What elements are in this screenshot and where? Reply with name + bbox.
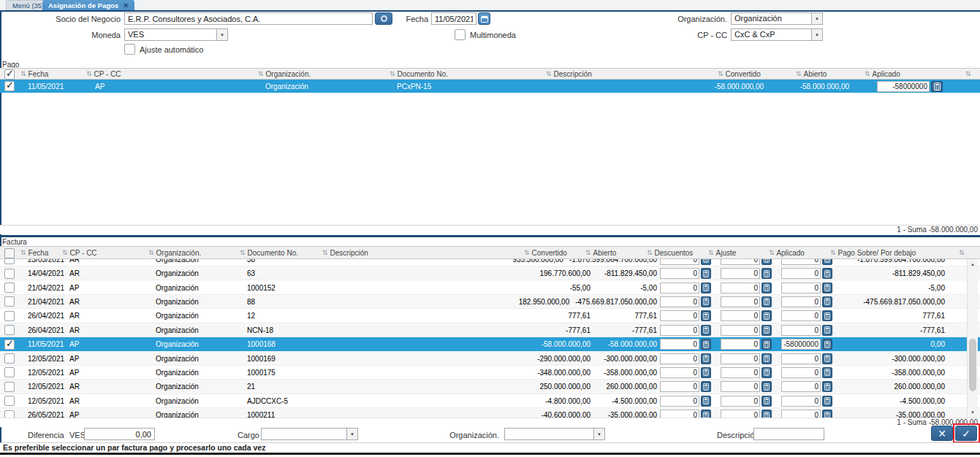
factura-table-row[interactable]: 11/05/2021 AP Organización 1000168 -58.0… (0, 337, 980, 351)
descripcion-input[interactable] (753, 428, 824, 440)
descuentos-input[interactable] (660, 283, 699, 293)
calendar-button[interactable] (478, 12, 490, 25)
aplicado-input[interactable] (781, 325, 821, 336)
row-checkbox[interactable] (4, 325, 15, 335)
calculator-button[interactable] (822, 396, 832, 407)
row-checkbox[interactable] (4, 410, 15, 418)
factura-table-row[interactable]: 26/05/2021 AP Organización 1000211 -40.6… (0, 408, 980, 418)
socio-del-negocio-input[interactable] (124, 12, 373, 25)
cargo-select[interactable]: ▼ (261, 428, 358, 440)
calculator-button[interactable] (701, 339, 711, 350)
row-checkbox[interactable] (4, 259, 15, 264)
aplicado-input[interactable] (781, 353, 821, 364)
moneda-select[interactable]: VES ▼ (124, 28, 228, 41)
calculator-button[interactable] (761, 259, 772, 265)
factura-table-row[interactable]: 12/05/2021 AR Organización 21 250.000.00… (0, 380, 980, 393)
factura-col-convertido[interactable]: ⇅Convertido (524, 247, 567, 258)
organizacion-select[interactable]: Organización ▼ (731, 12, 823, 25)
descuentos-input[interactable] (660, 381, 699, 392)
row-checkbox[interactable] (4, 367, 15, 377)
calculator-button[interactable] (701, 296, 711, 307)
ajuste-input[interactable] (721, 310, 760, 321)
dropdown-arrow-icon[interactable]: ▼ (346, 429, 357, 439)
pago-col-abierto[interactable]: ⇅Abierto (796, 69, 827, 79)
dropdown-arrow-icon[interactable]: ▼ (593, 429, 604, 439)
pago-col-extra[interactable]: ⇅ (965, 69, 971, 79)
pago-col-aplicado[interactable]: ⇅Aplicado (865, 69, 900, 79)
aplicado-input[interactable] (781, 283, 821, 293)
calculator-button[interactable] (761, 325, 772, 336)
ajuste-input[interactable] (721, 339, 760, 350)
calculator-button[interactable] (822, 296, 832, 307)
calculator-button[interactable] (822, 381, 832, 392)
tab-close-icon[interactable]: ✕ (123, 1, 129, 9)
ajuste-automatico-checkbox[interactable] (124, 44, 135, 55)
descuentos-input[interactable] (660, 259, 699, 265)
factura-col-documento[interactable]: ⇅Documento No. (240, 247, 298, 258)
descuentos-input[interactable] (660, 268, 699, 279)
dropdown-arrow-icon[interactable]: ▼ (811, 13, 822, 24)
factura-col-ajuste[interactable]: ⇅Ajuste (708, 247, 736, 258)
aplicado-input[interactable] (781, 268, 821, 279)
scrollbar-thumb[interactable] (969, 339, 976, 391)
cp-cc-select[interactable]: CxC & CxP ▼ (731, 28, 823, 41)
pago-col-descripcion[interactable]: ⇅Descripción (546, 69, 592, 79)
row-checkbox[interactable] (4, 81, 15, 91)
aplicado-input[interactable] (781, 381, 821, 392)
aplicado-input[interactable] (781, 367, 821, 378)
ajuste-input[interactable] (721, 268, 760, 279)
calculator-button[interactable] (822, 268, 832, 279)
tab-asignacion-de-pagos[interactable]: Asignación de Pagos ✕ (42, 0, 134, 10)
factura-col-cp-cc[interactable]: ⇅CP - CC (62, 247, 97, 258)
diferencia-input[interactable] (84, 428, 155, 440)
calculator-button[interactable] (701, 259, 711, 265)
calculator-button[interactable] (761, 296, 772, 307)
scroll-up-icon[interactable]: ▲ (968, 259, 978, 269)
calculator-button[interactable] (701, 353, 711, 364)
calculator-button[interactable] (761, 353, 772, 364)
pago-col-documento[interactable]: ⇅Documento No. (390, 69, 448, 79)
row-checkbox[interactable] (4, 283, 15, 293)
calculator-button[interactable] (761, 381, 772, 392)
aplicado-input[interactable] (781, 259, 821, 265)
descuentos-input[interactable] (660, 396, 699, 407)
aplicado-input[interactable] (781, 339, 821, 350)
ajuste-input[interactable] (721, 259, 760, 265)
dropdown-arrow-icon[interactable]: ▼ (811, 29, 822, 40)
factura-table-row[interactable]: 23/03/2021 AR Organización 38 935.300.00… (0, 259, 980, 266)
pago-select-all-checkbox[interactable] (4, 69, 15, 80)
factura-col-fecha[interactable]: ⇅Fecha (20, 247, 48, 258)
row-checkbox[interactable] (4, 296, 15, 307)
factura-table-row[interactable]: 21/04/2021 AP Organización 1000152 -55,0… (0, 280, 980, 294)
factura-table-row[interactable]: 21/04/2021 AR Organización 88 182.950.00… (0, 295, 980, 309)
calculator-button[interactable] (761, 283, 772, 293)
calculator-button[interactable] (761, 310, 772, 321)
calculator-button[interactable] (701, 283, 711, 293)
calculator-button[interactable] (701, 396, 711, 407)
row-checkbox[interactable] (4, 382, 15, 392)
factura-col-descuentos[interactable]: ⇅Descuentos (647, 247, 693, 258)
descuentos-input[interactable] (660, 410, 699, 418)
factura-col-aplicado[interactable]: ⇅Aplicado (769, 247, 805, 258)
ajuste-input[interactable] (721, 381, 760, 392)
factura-table-row[interactable]: 12/05/2021 AR Organización AJDCCXC-5 -4.… (0, 394, 980, 408)
calculator-button[interactable] (761, 396, 772, 407)
calculator-button[interactable] (822, 410, 832, 418)
calculator-button[interactable] (822, 367, 832, 378)
factura-table-row[interactable]: 26/04/2021 AR Organización NCN-18 -777,6… (0, 323, 980, 337)
factura-select-all-checkbox[interactable] (4, 248, 15, 258)
row-checkbox[interactable] (4, 269, 15, 279)
calculator-button[interactable] (822, 353, 832, 364)
calculator-button[interactable] (822, 283, 832, 293)
pago-col-fecha[interactable]: ⇅Fecha (20, 69, 48, 79)
descuentos-input[interactable] (660, 353, 699, 364)
factura-scrollbar[interactable]: ▲ ▼ (967, 259, 978, 418)
factura-col-organizacion[interactable]: ⇅Organización. (148, 247, 201, 258)
factura-col-extra[interactable]: ⇅ (959, 247, 965, 258)
cancel-button[interactable]: ✕ (931, 426, 953, 441)
scroll-down-icon[interactable]: ▼ (968, 407, 978, 418)
descuentos-input[interactable] (660, 296, 699, 307)
calculator-button[interactable] (701, 310, 711, 321)
ajuste-input[interactable] (721, 283, 760, 293)
dropdown-arrow-icon[interactable]: ▼ (216, 29, 227, 40)
